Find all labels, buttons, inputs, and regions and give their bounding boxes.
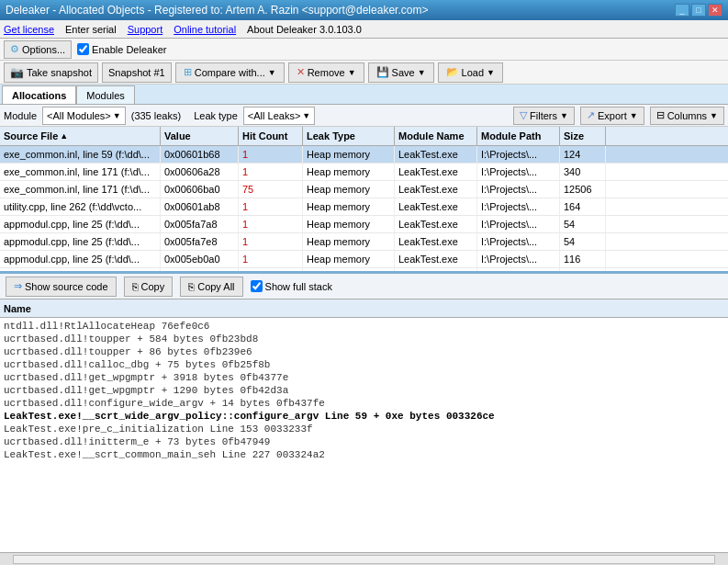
leak-type-dropdown[interactable]: <All Leaks> ▼ [243,107,315,125]
scrollbar-track[interactable] [13,555,715,564]
copy-button[interactable]: ⎘ Copy [124,277,174,297]
menu-online-tutorial[interactable]: Online tutorial [174,24,236,35]
show-source-button[interactable]: ⇒ Show source code [6,277,117,297]
remove-arrow-icon: ▼ [348,68,356,77]
save-arrow-icon: ▼ [418,68,426,77]
load-button[interactable]: 📂 Load ▼ [438,62,503,83]
cell-hitcount: 75 [239,181,303,198]
load-icon: 📂 [446,66,459,78]
col-header-path[interactable]: Module Path [477,127,560,145]
menu-bar: Get license Enter serial Support Online … [0,20,728,39]
cell-source: utility.cpp, line 262 (f:\dd\vcto... [0,198,161,215]
cell-leaktype: Heap memory [303,146,395,163]
col-header-leaktype[interactable]: Leak Type [303,127,395,145]
title-bar: Deleaker - Allocated Objects - Registere… [0,0,728,20]
table-row[interactable]: exe_common.inl, line 171 (f:\d\... 0x006… [0,181,728,198]
stack-line: LeakTest.exe!__scrt_wide_argv_policy::co… [4,410,724,423]
show-source-label: Show source code [25,281,108,292]
stack-line: ucrtbased.dll!toupper + 584 bytes 0fb23b… [4,333,724,345]
cell-leaktype: Heap memory [303,164,395,180]
menu-about[interactable]: About Deleaker 3.0.103.0 [247,24,362,35]
stack-line: ucrtbased.dll!configure_wide_argv + 14 b… [4,397,724,410]
enable-deleaker-label[interactable]: Enable Deleaker [77,43,166,55]
cell-hitcount: 1 [239,198,303,215]
stack-line: ucrtbased.dll!get_wpgmptr + 1290 bytes 0… [4,384,724,397]
horizontal-scrollbar[interactable] [0,552,728,565]
copy-all-button[interactable]: ⎘ Copy All [180,277,242,297]
take-snapshot-button[interactable]: 📷 Take snapshot [4,62,98,83]
table-row[interactable]: exe_common.inl, line 171 (f:\d\... 0x006… [0,164,728,181]
cell-hitcount: 1 [239,146,303,163]
cell-source: exe_common.inl, line 171 (f:\d\... [0,164,161,180]
table-row[interactable]: utility.cpp, line 262 (f:\dd\vcto... 0x0… [0,198,728,216]
cell-module: LeakTest.exe [395,198,477,215]
menu-support[interactable]: Support [128,24,163,35]
save-button[interactable]: 💾 Save ▼ [368,62,434,83]
maximize-button[interactable]: □ [691,4,706,17]
enable-checkbox[interactable] [77,43,89,55]
snapshot-name-button[interactable]: Snapshot #1 [102,62,172,83]
minimize-button[interactable]: _ [675,4,689,17]
menu-enter-serial[interactable]: Enter serial [65,24,117,35]
show-full-stack-label[interactable]: Show full stack [251,280,332,292]
stack-header-label: Name [4,303,31,314]
table-row[interactable]: appmodul.cpp, line 25 (f:\dd\... 0x005fa… [0,233,728,251]
table-row[interactable]: appmodul.cpp, line 25 (f:\dd\... 0x005fa… [0,216,728,233]
cell-value: 0x00601b68 [161,146,239,163]
cell-leaktype: Heap memory [303,233,395,250]
remove-icon: ✕ [297,66,305,78]
col-header-value[interactable]: Value [161,127,239,145]
take-snapshot-label: Take snapshot [27,67,92,78]
col-header-module[interactable]: Module Name [395,127,477,145]
cell-value: 0x00606a28 [161,164,239,180]
cell-size: 54 [560,216,606,232]
stack-line: ucrtbased.dll!calloc_dbg + 75 bytes 0fb2… [4,358,724,371]
table-row[interactable]: appmodul.cpp, line 25 (f:\dd\... 0x005eb… [0,251,728,268]
tab-modules[interactable]: Modules [76,85,135,104]
table-area: Source File ▲ Value Hit Count Leak Type … [0,127,728,274]
cell-size: 164 [560,198,606,215]
filters-button[interactable]: ▽ Filters ▼ [513,107,575,125]
save-label: Save [392,67,415,78]
columns-arrow-icon: ▼ [710,111,718,120]
enable-label-text: Enable Deleaker [92,44,166,55]
cell-path: I:\Projects\... [477,268,560,271]
cell-value: 0x005fa7a8 [161,216,239,232]
compare-label: Compare with... [195,67,265,78]
tab-allocations[interactable]: Allocations [2,85,76,104]
source-icon: ⇒ [14,280,22,292]
compare-icon: ⊞ [184,66,192,78]
menu-get-license[interactable]: Get license [4,24,54,35]
col-header-source[interactable]: Source File ▲ [0,127,161,145]
compare-button[interactable]: ⊞ Compare with... ▼ [175,62,285,83]
load-arrow-icon: ▼ [487,68,495,77]
table-row[interactable]: appmodul.cpp, line 25 (f:\dd\... 0x00624… [0,268,728,271]
remove-button[interactable]: ✕ Remove ▼ [288,62,364,83]
cell-leaktype: Heap memory [303,216,395,232]
stack-line: LeakTest.exe!__scrt_common_main_seh Line… [4,448,724,461]
tab-modules-label: Modules [86,90,125,101]
camera-icon: 📷 [10,66,24,79]
table-row[interactable]: exe_common.inl, line 59 (f:\dd\... 0x006… [0,146,728,164]
module-value: <All Modules> [47,110,111,121]
columns-button[interactable]: ⊟ Columns ▼ [650,107,724,125]
cell-module: LeakTest.exe [395,233,477,250]
col-header-size[interactable]: Size [560,127,606,145]
cell-module: LeakTest.exe [395,164,477,180]
export-button[interactable]: ↗ Export ▼ [580,107,644,125]
stack-line: LeakTest.exe!pre_c_initialization Line 1… [4,423,724,435]
cell-path: I:\Projects\... [477,216,560,232]
sort-asc-icon: ▲ [60,131,68,141]
show-full-stack-checkbox[interactable] [251,280,263,292]
options-button[interactable]: ⚙ Options... [4,40,72,59]
module-dropdown[interactable]: <All Modules> ▼ [42,107,126,125]
cell-module: LeakTest.exe [395,268,477,271]
cell-module: LeakTest.exe [395,146,477,163]
cell-source: appmodul.cpp, line 25 (f:\dd\... [0,216,161,232]
col-header-hitcount[interactable]: Hit Count [239,127,303,145]
stack-body[interactable]: ntdll.dll!RtlAllocateHeap 76efe0c6ucrtba… [0,318,728,552]
action-bar: ⇒ Show source code ⎘ Copy ⎘ Copy All Sho… [0,274,728,299]
close-button[interactable]: ✕ [708,4,722,17]
columns-icon: ⊟ [656,109,665,121]
cell-path: I:\Projects\... [477,233,560,250]
